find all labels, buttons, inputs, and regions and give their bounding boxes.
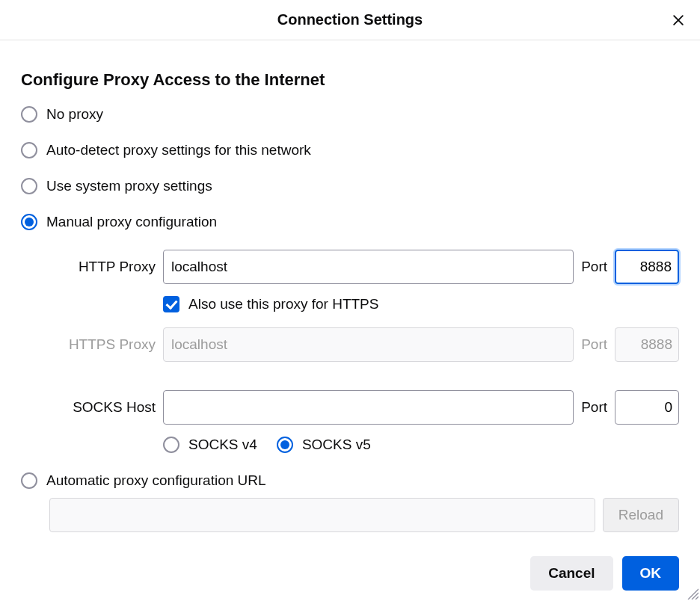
radio-system-proxy-label: Use system proxy settings	[46, 178, 212, 194]
https-proxy-host-input	[163, 327, 574, 362]
dialog-title: Connection Settings	[277, 11, 423, 28]
radio-socks-v5[interactable]	[277, 437, 293, 453]
radio-auto-detect[interactable]	[21, 142, 37, 158]
reload-button: Reload	[603, 498, 679, 532]
radio-no-proxy[interactable]	[21, 106, 37, 123]
dialog-button-bar: Cancel OK	[530, 556, 679, 591]
radio-auto-detect-label: Auto-detect proxy settings for this netw…	[46, 142, 311, 158]
socks-host-input[interactable]	[163, 390, 574, 425]
svg-line-3	[692, 593, 699, 600]
https-proxy-port-input	[615, 327, 679, 362]
cancel-button[interactable]: Cancel	[530, 556, 612, 591]
section-title: Configure Proxy Access to the Internet	[21, 70, 679, 90]
radio-manual-proxy-label: Manual proxy configuration	[46, 214, 217, 230]
close-button[interactable]	[669, 10, 688, 30]
https-proxy-label: HTTPS Proxy	[49, 336, 156, 353]
radio-pac-url[interactable]	[21, 472, 37, 489]
resize-grip-icon	[685, 586, 699, 600]
socks-port-input[interactable]	[615, 390, 679, 425]
dialog-titlebar: Connection Settings	[0, 0, 700, 40]
radio-socks-v4[interactable]	[163, 437, 179, 453]
checkbox-also-https-label: Also use this proxy for HTTPS	[188, 296, 378, 312]
svg-line-4	[696, 597, 699, 600]
http-proxy-host-input[interactable]	[163, 250, 574, 284]
radio-no-proxy-label: No proxy	[46, 106, 103, 123]
https-proxy-port-label: Port	[581, 336, 607, 353]
close-icon	[671, 13, 686, 28]
socks-host-label: SOCKS Host	[49, 399, 156, 416]
http-proxy-label: HTTP Proxy	[49, 259, 156, 275]
radio-pac-url-label: Automatic proxy configuration URL	[46, 472, 266, 489]
checkbox-also-https[interactable]	[163, 296, 179, 312]
ok-button[interactable]: OK	[622, 556, 680, 591]
http-proxy-port-input[interactable]	[615, 250, 679, 284]
radio-socks-v5-label: SOCKS v5	[302, 437, 371, 453]
socks-port-label: Port	[581, 399, 607, 416]
radio-socks-v4-label: SOCKS v4	[188, 437, 257, 453]
resize-grip[interactable]	[685, 586, 699, 600]
http-proxy-port-label: Port	[581, 259, 607, 275]
radio-manual-proxy[interactable]	[21, 214, 37, 230]
pac-url-input	[49, 498, 595, 532]
radio-system-proxy[interactable]	[21, 178, 37, 194]
